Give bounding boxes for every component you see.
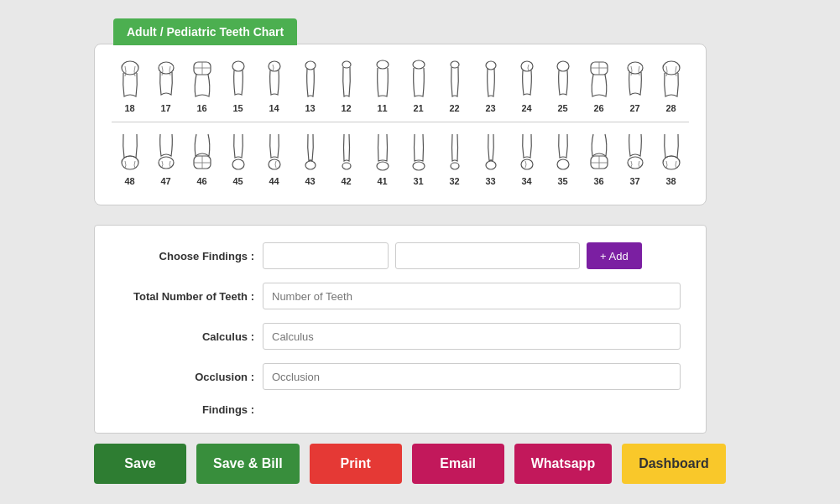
tooth-42-icon: [333, 131, 360, 173]
tooth-18-icon: [117, 58, 143, 100]
tooth-38-icon: [658, 131, 685, 173]
tooth-46[interactable]: 46: [186, 131, 218, 186]
tooth-47-number: 47: [160, 176, 170, 186]
tooth-37-number: 37: [629, 176, 639, 186]
save-button[interactable]: Save: [94, 444, 186, 484]
tooth-34[interactable]: 34: [511, 131, 543, 186]
tooth-26-icon: [586, 58, 613, 100]
tooth-45-icon: [225, 131, 252, 173]
tooth-28-icon: [658, 58, 685, 100]
choose-findings-label: Choose Findings :: [120, 250, 263, 262]
occlusion-input[interactable]: [263, 363, 681, 390]
tooth-42-number: 42: [341, 176, 351, 186]
calculus-input[interactable]: [263, 323, 681, 350]
tooth-35[interactable]: 35: [547, 131, 579, 186]
svg-point-11: [451, 61, 459, 68]
email-button[interactable]: Email: [412, 444, 504, 484]
svg-point-29: [377, 162, 389, 170]
tooth-13-number: 13: [305, 103, 315, 113]
tooth-17-icon: [153, 58, 180, 100]
tooth-31[interactable]: 31: [403, 131, 435, 186]
tooth-23-number: 23: [485, 103, 495, 113]
tooth-14-number: 14: [269, 103, 279, 113]
tooth-32[interactable]: 32: [439, 131, 471, 186]
tooth-27[interactable]: 27: [619, 58, 651, 113]
svg-point-1: [159, 62, 174, 74]
tooth-31-icon: [405, 131, 432, 173]
tooth-13[interactable]: 13: [295, 58, 326, 113]
tooth-16-number: 16: [196, 103, 206, 113]
occlusion-label: Occlusion :: [120, 371, 263, 383]
tooth-12-icon: [333, 58, 360, 100]
calculus-row: Calculus :: [120, 323, 681, 350]
tooth-15[interactable]: 15: [222, 58, 254, 113]
svg-point-26: [269, 159, 280, 169]
tooth-41-number: 41: [377, 176, 387, 186]
svg-point-9: [377, 60, 389, 69]
tooth-43[interactable]: 43: [295, 131, 326, 186]
tooth-32-number: 32: [449, 176, 459, 186]
tooth-22-number: 22: [449, 103, 459, 113]
tooth-16[interactable]: 16: [186, 58, 218, 113]
tooth-17-number: 17: [160, 103, 170, 113]
add-button[interactable]: + Add: [587, 242, 642, 269]
tooth-12[interactable]: 12: [331, 58, 363, 113]
tooth-37-icon: [622, 131, 649, 173]
tooth-11[interactable]: 11: [367, 58, 399, 113]
tooth-14-icon: [261, 58, 288, 100]
choose-findings-row: Choose Findings : + Add: [120, 242, 681, 269]
tooth-36[interactable]: 36: [583, 131, 615, 186]
choose-findings-input-2[interactable]: [395, 242, 580, 269]
findings-label: Findings :: [120, 403, 263, 416]
tooth-35-icon: [550, 131, 577, 173]
tooth-23[interactable]: 23: [475, 58, 507, 113]
tooth-25[interactable]: 25: [547, 58, 579, 113]
svg-point-28: [342, 163, 351, 169]
tooth-26[interactable]: 26: [583, 58, 615, 113]
print-button[interactable]: Print: [310, 444, 402, 484]
whatsapp-button[interactable]: Whatsapp: [514, 444, 612, 484]
tooth-41[interactable]: 41: [367, 131, 399, 186]
tooth-21[interactable]: 21: [403, 58, 435, 113]
teeth-chart-card: 18 17: [94, 44, 707, 205]
tooth-43-icon: [297, 131, 324, 173]
tooth-24[interactable]: 24: [511, 58, 543, 113]
tooth-47[interactable]: 47: [150, 131, 182, 186]
tooth-22[interactable]: 22: [439, 58, 471, 113]
findings-row: Findings :: [120, 403, 681, 416]
svg-point-18: [628, 62, 643, 74]
total-teeth-input[interactable]: [263, 283, 681, 309]
tooth-32-icon: [441, 131, 468, 173]
tooth-36-number: 36: [593, 176, 603, 186]
tooth-38-number: 38: [665, 176, 676, 186]
tooth-45[interactable]: 45: [222, 131, 254, 186]
save-bill-button[interactable]: Save & Bill: [196, 444, 300, 484]
tooth-17[interactable]: 17: [150, 58, 182, 113]
tooth-11-number: 11: [377, 103, 387, 113]
tooth-38[interactable]: 38: [655, 131, 687, 186]
tooth-18[interactable]: 18: [114, 58, 146, 113]
tooth-48[interactable]: 48: [114, 131, 146, 186]
tooth-33-number: 33: [485, 176, 495, 186]
tooth-28[interactable]: 28: [655, 58, 687, 113]
svg-point-33: [521, 159, 533, 169]
svg-point-38: [628, 157, 643, 169]
choose-findings-input-1[interactable]: [263, 242, 389, 269]
occlusion-row: Occlusion :: [120, 363, 681, 390]
tooth-37[interactable]: 37: [619, 131, 651, 186]
tooth-21-number: 21: [413, 103, 423, 113]
tooth-44[interactable]: 44: [258, 131, 290, 186]
svg-point-7: [305, 61, 316, 70]
total-teeth-row: Total Number of Teeth :: [120, 283, 681, 309]
tooth-34-number: 34: [521, 176, 531, 186]
tooth-44-icon: [261, 131, 288, 173]
tooth-33[interactable]: 33: [475, 131, 507, 186]
tooth-44-number: 44: [269, 176, 279, 186]
svg-point-5: [232, 61, 244, 71]
tooth-45-number: 45: [232, 176, 243, 186]
dashboard-button[interactable]: Dashboard: [622, 444, 726, 484]
tooth-14[interactable]: 14: [258, 58, 290, 113]
tooth-42[interactable]: 42: [331, 131, 363, 186]
bottom-buttons: Save Save & Bill Print Email Whatsapp Da…: [94, 444, 726, 484]
svg-point-21: [159, 157, 174, 169]
